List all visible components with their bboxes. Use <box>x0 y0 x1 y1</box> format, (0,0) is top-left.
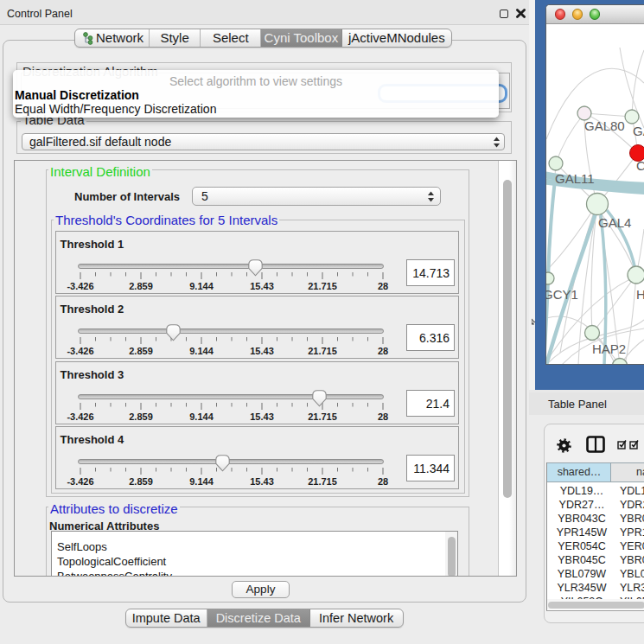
svg-text:GAL4: GAL4 <box>598 215 631 230</box>
svg-text:GAL1: GAL1 <box>633 124 644 138</box>
svg-text:GAL11: GAL11 <box>555 171 595 186</box>
svg-text:GAL80: GAL80 <box>584 118 625 133</box>
svg-text:HAP2: HAP2 <box>592 341 626 356</box>
svg-text:HIS4: HIS4 <box>636 287 644 302</box>
svg-text:C: C <box>636 158 644 173</box>
svg-text:GCY1: GCY1 <box>546 287 578 302</box>
